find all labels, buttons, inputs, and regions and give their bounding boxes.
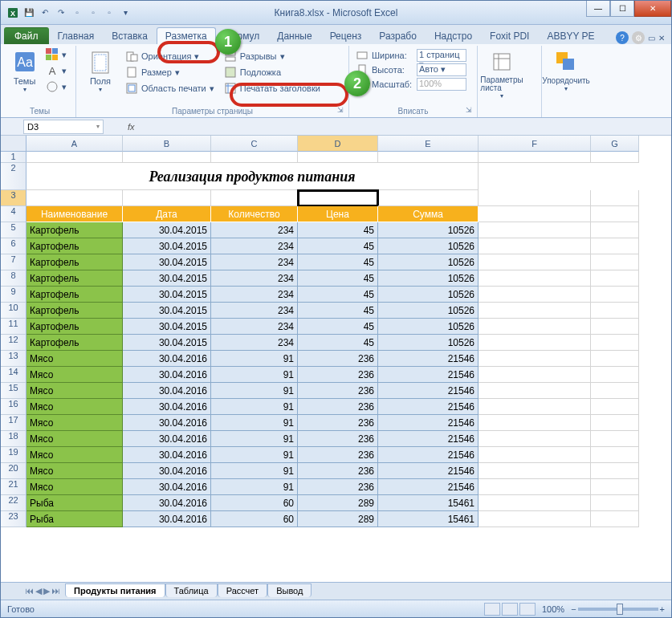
table-cell[interactable]: 91 <box>211 479 298 495</box>
col-header[interactable]: G <box>591 136 639 152</box>
table-cell-name[interactable]: Картофель <box>26 270 123 287</box>
cell[interactable] <box>479 351 591 367</box>
scale-input[interactable]: 100% <box>417 78 466 91</box>
zoom-in-button[interactable]: + <box>660 604 665 614</box>
table-header[interactable]: Количество <box>211 206 298 222</box>
cell[interactable] <box>479 206 591 222</box>
table-cell-name[interactable]: Мясо <box>26 447 123 463</box>
table-cell[interactable]: 91 <box>211 351 298 367</box>
tab-разрабо[interactable]: Разрабо <box>370 27 426 44</box>
name-box[interactable]: D3▾ <box>23 120 104 134</box>
row-header[interactable]: 1 <box>1 152 26 163</box>
cell[interactable] <box>211 190 298 206</box>
excel-icon[interactable]: X <box>6 6 20 20</box>
table-cell[interactable]: 60 <box>211 511 298 527</box>
table-cell-name[interactable]: Рыба <box>26 495 123 511</box>
cell[interactable] <box>26 152 123 163</box>
table-cell[interactable]: 234 <box>211 287 298 303</box>
table-header[interactable]: Сумма <box>378 206 479 222</box>
table-cell[interactable]: 236 <box>298 383 378 399</box>
table-header[interactable]: Наименование <box>26 206 123 222</box>
table-cell[interactable]: 45 <box>298 254 378 270</box>
ribbon-min-icon[interactable]: ▭ <box>648 34 655 43</box>
table-cell-name[interactable]: Мясо <box>26 431 123 447</box>
table-cell-name[interactable]: Картофель <box>26 303 123 319</box>
cell[interactable] <box>479 495 591 511</box>
table-cell[interactable]: 45 <box>298 335 378 351</box>
table-cell[interactable]: 30.04.2015 <box>123 222 211 238</box>
cell[interactable] <box>591 463 639 479</box>
row-header[interactable]: 2 <box>1 163 26 190</box>
cell[interactable] <box>479 399 591 415</box>
theme-effects-button[interactable]: ▾ <box>43 79 69 94</box>
table-cell[interactable]: 21546 <box>378 399 479 415</box>
table-cell[interactable]: 91 <box>211 463 298 479</box>
cell[interactable] <box>479 190 591 206</box>
table-cell[interactable]: 21546 <box>378 431 479 447</box>
width-select[interactable]: 1 страниц ▾ <box>417 49 466 62</box>
table-cell[interactable]: 234 <box>211 303 298 319</box>
cell[interactable] <box>591 303 639 319</box>
table-cell[interactable]: 234 <box>211 238 298 254</box>
sheet-tab[interactable]: Таблица <box>165 583 218 597</box>
table-cell[interactable]: 10526 <box>378 319 479 335</box>
col-header[interactable]: D <box>298 136 378 152</box>
cell[interactable] <box>211 152 298 163</box>
cell[interactable] <box>26 190 123 206</box>
qat-btn[interactable]: ▫ <box>70 6 84 20</box>
tab-реценз[interactable]: Реценз <box>321 27 371 44</box>
row-header[interactable]: 15 <box>1 383 26 399</box>
arrange-button[interactable]: Упорядочить▾ <box>548 47 584 92</box>
cell[interactable] <box>123 152 211 163</box>
qat-dropdown-icon[interactable]: ▾ <box>118 6 132 20</box>
table-cell-name[interactable]: Мясо <box>26 399 123 415</box>
cell[interactable] <box>591 399 639 415</box>
table-cell[interactable]: 21546 <box>378 351 479 367</box>
tab-foxit pdi[interactable]: Foxit PDI <box>481 27 538 44</box>
table-cell[interactable]: 236 <box>298 431 378 447</box>
table-cell-name[interactable]: Мясо <box>26 415 123 431</box>
cell[interactable] <box>591 351 639 367</box>
row-header[interactable]: 16 <box>1 399 26 415</box>
sheet-nav-last-icon[interactable]: ⏭ <box>51 586 60 596</box>
table-header[interactable]: Цена <box>298 206 378 222</box>
theme-fonts-button[interactable]: A▾ <box>43 63 69 78</box>
table-cell[interactable]: 234 <box>211 254 298 270</box>
row-header[interactable]: 17 <box>1 415 26 431</box>
table-cell-name[interactable]: Мясо <box>26 351 123 367</box>
tab-вставка[interactable]: Вставка <box>103 27 157 44</box>
cell[interactable] <box>591 319 639 335</box>
options-icon[interactable]: ⚙ <box>632 31 645 44</box>
table-cell[interactable]: 10526 <box>378 222 479 238</box>
cell[interactable] <box>591 431 639 447</box>
row-header[interactable]: 12 <box>1 335 26 351</box>
table-cell[interactable]: 45 <box>298 287 378 303</box>
cell[interactable] <box>591 335 639 351</box>
table-cell[interactable]: 91 <box>211 431 298 447</box>
row-header[interactable]: 19 <box>1 447 26 463</box>
cell[interactable] <box>298 190 378 206</box>
table-cell[interactable]: 30.04.2016 <box>123 511 211 527</box>
table-cell-name[interactable]: Мясо <box>26 383 123 399</box>
fx-icon[interactable]: fx <box>128 122 135 132</box>
cell[interactable] <box>479 415 591 431</box>
sheet-nav-next-icon[interactable]: ▶ <box>43 586 50 596</box>
table-cell[interactable]: 236 <box>298 415 378 431</box>
table-cell[interactable]: 21546 <box>378 367 479 383</box>
row-header[interactable]: 14 <box>1 367 26 383</box>
table-cell[interactable]: 45 <box>298 222 378 238</box>
table-cell[interactable]: 289 <box>298 511 378 527</box>
zoom-out-button[interactable]: − <box>571 604 576 614</box>
table-cell[interactable]: 45 <box>298 303 378 319</box>
table-cell-name[interactable]: Картофель <box>26 335 123 351</box>
table-cell[interactable]: 10526 <box>378 287 479 303</box>
row-header[interactable]: 7 <box>1 254 26 270</box>
view-break-button[interactable] <box>519 603 536 616</box>
cell[interactable] <box>479 479 591 495</box>
row-header[interactable]: 3 <box>1 190 26 206</box>
cell[interactable] <box>479 335 591 351</box>
qat-save-icon[interactable]: 💾 <box>22 6 36 20</box>
help-icon[interactable]: ? <box>616 31 629 44</box>
table-cell[interactable]: 236 <box>298 351 378 367</box>
table-header[interactable]: Дата <box>123 206 211 222</box>
